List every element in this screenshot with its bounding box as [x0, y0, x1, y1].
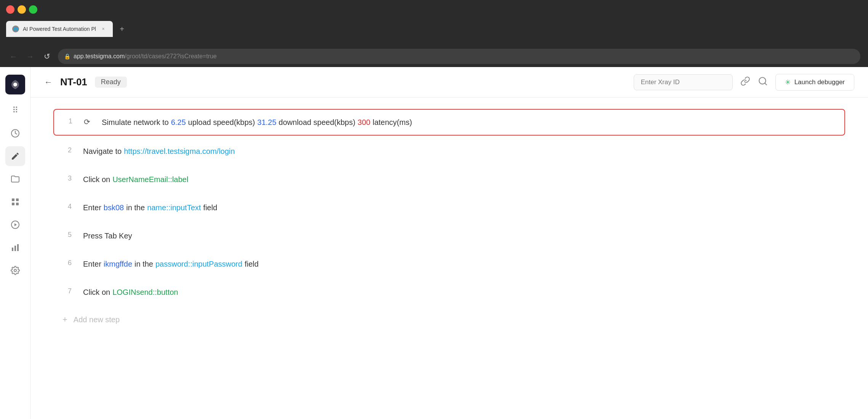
- step-number: 3: [62, 174, 72, 182]
- traffic-light-green[interactable]: [29, 5, 37, 14]
- xray-id-input[interactable]: [634, 74, 733, 90]
- step-text-part: Press Tab Key: [83, 230, 132, 241]
- step-text: Click onUserNameEmail::label: [83, 174, 188, 185]
- back-button[interactable]: ←: [44, 77, 53, 87]
- step-text-part: Navigate to: [83, 146, 122, 157]
- step-text-part: Enter: [83, 202, 101, 213]
- step-text-part: download speed(kbps): [279, 117, 355, 128]
- steps-container: 1⟳Simulate network to6.25upload speed(kb…: [30, 98, 868, 419]
- step-text-part: field: [203, 202, 217, 213]
- main-content: ← NT-01 Ready ✳ Launch debugger: [30, 67, 868, 419]
- sidebar: ⠿: [0, 67, 30, 419]
- top-bar: ← NT-01 Ready ✳ Launch debugger: [30, 67, 868, 98]
- address-path: /groot/td/cases/272?isCreate=true: [125, 53, 216, 59]
- new-tab-button[interactable]: +: [116, 23, 128, 35]
- step-row[interactable]: 5Press Tab Key: [53, 223, 845, 248]
- step-row[interactable]: 4Enterbsk08in thename::inputTextfield: [53, 195, 845, 220]
- step-text-part: Simulate network to: [102, 117, 169, 128]
- sidebar-item-grid[interactable]: ⠿: [5, 101, 25, 120]
- step-number: 7: [62, 286, 72, 295]
- step-text-part: in the: [126, 202, 145, 213]
- refresh-nav-button[interactable]: ↺: [41, 51, 53, 62]
- step-text: Enterbsk08in thename::inputTextfield: [83, 202, 217, 213]
- address-text: app.testsigma.com/groot/td/cases/272?isC…: [74, 53, 217, 60]
- lock-icon: 🔒: [64, 53, 70, 59]
- step-row[interactable]: 1⟳Simulate network to6.25upload speed(kb…: [53, 109, 845, 136]
- forward-nav-button[interactable]: →: [24, 51, 36, 62]
- step-text: Click onLOGINsend::button: [83, 286, 178, 298]
- status-badge: Ready: [95, 77, 127, 88]
- test-id-label: NT-01: [60, 76, 87, 88]
- step-row[interactable]: 6Enterikmgffdein thepassword::inputPassw…: [53, 251, 845, 277]
- step-text-part: bsk08: [104, 202, 124, 213]
- tab-bar: 🌐 AI Powered Test Automation Pl × +: [0, 19, 868, 39]
- svg-rect-3: [16, 198, 19, 201]
- step-text-part: UserNameEmail::label: [112, 174, 188, 185]
- step-number: 5: [62, 230, 72, 239]
- svg-rect-8: [14, 246, 16, 251]
- traffic-light-red[interactable]: [6, 5, 14, 14]
- svg-rect-5: [16, 203, 19, 205]
- step-text: Navigate tohttps://travel.testsigma.com/…: [83, 146, 235, 157]
- add-step-plus-icon: +: [62, 315, 67, 325]
- svg-rect-9: [17, 244, 19, 251]
- svg-rect-7: [12, 248, 13, 251]
- step-text-part: 6.25: [171, 117, 186, 128]
- step-text-part: in the: [135, 258, 153, 270]
- sidebar-item-settings[interactable]: [5, 261, 25, 280]
- tab-title: AI Powered Test Automation Pl: [23, 26, 96, 32]
- sidebar-item-reports[interactable]: [5, 238, 25, 257]
- sidebar-item-run[interactable]: [5, 215, 25, 235]
- step-text-part: LOGINsend::button: [112, 286, 178, 298]
- browser-chrome: 🌐 AI Powered Test Automation Pl × +: [0, 0, 868, 46]
- step-text-part: Click on: [83, 174, 110, 185]
- debugger-icon: ✳: [785, 78, 791, 86]
- sidebar-item-edit[interactable]: [5, 146, 25, 166]
- browser-tab[interactable]: 🌐 AI Powered Test Automation Pl ×: [6, 21, 113, 37]
- tab-close-button[interactable]: ×: [100, 26, 107, 32]
- step-text-part: latency(ms): [373, 117, 412, 128]
- step-text: Enterikmgffdein thepassword::inputPasswo…: [83, 258, 259, 270]
- tab-favicon: 🌐: [12, 26, 19, 32]
- sidebar-item-brand[interactable]: [5, 75, 25, 94]
- address-bar[interactable]: 🔒 app.testsigma.com/groot/td/cases/272?i…: [58, 49, 860, 64]
- svg-point-0: [13, 83, 17, 86]
- step-text-part: 31.25: [257, 117, 276, 128]
- address-domain: app.testsigma.com: [74, 53, 125, 59]
- step-text-part: field: [245, 258, 259, 270]
- step-text: Press Tab Key: [83, 230, 132, 241]
- add-step-row[interactable]: +Add new step: [53, 308, 845, 331]
- step-text-part: password::inputPassword: [155, 258, 242, 270]
- svg-rect-4: [12, 203, 14, 205]
- step-row[interactable]: 2Navigate tohttps://travel.testsigma.com…: [53, 139, 845, 164]
- step-number: 4: [62, 202, 72, 211]
- launch-debugger-label: Launch debugger: [794, 78, 845, 86]
- search-icon-button[interactable]: [758, 76, 768, 88]
- traffic-light-yellow[interactable]: [18, 5, 26, 14]
- step-text: Simulate network to6.25upload speed(kbps…: [102, 117, 412, 128]
- add-step-label: Add new step: [74, 315, 120, 324]
- svg-rect-2: [12, 198, 14, 201]
- traffic-lights: [6, 5, 37, 14]
- step-text-part: 300: [358, 117, 370, 128]
- link-icon-button[interactable]: [740, 76, 750, 88]
- step-text-part: Click on: [83, 286, 110, 298]
- launch-debugger-button[interactable]: ✳ Launch debugger: [775, 74, 854, 91]
- step-number: 1: [63, 117, 72, 125]
- back-nav-button[interactable]: ←: [8, 51, 19, 62]
- step-number: 2: [62, 146, 72, 154]
- sidebar-item-apps[interactable]: [5, 192, 25, 212]
- address-bar-row: ← → ↺ 🔒 app.testsigma.com/groot/td/cases…: [0, 46, 868, 67]
- app-layout: ⠿: [0, 67, 868, 419]
- step-text-part: upload speed(kbps): [188, 117, 255, 128]
- step-text-part: https://travel.testsigma.com/login: [124, 146, 235, 157]
- title-bar: [0, 0, 868, 19]
- step-number: 6: [62, 258, 72, 267]
- step-row[interactable]: 7Click onLOGINsend::button: [53, 280, 845, 305]
- sidebar-item-dashboard[interactable]: [5, 123, 25, 143]
- sidebar-item-folder[interactable]: [5, 169, 25, 189]
- step-row[interactable]: 3Click onUserNameEmail::label: [53, 167, 845, 192]
- step-text-part: name::inputText: [147, 202, 201, 213]
- step-icon: ⟳: [84, 117, 90, 126]
- step-text-part: Enter: [83, 258, 101, 270]
